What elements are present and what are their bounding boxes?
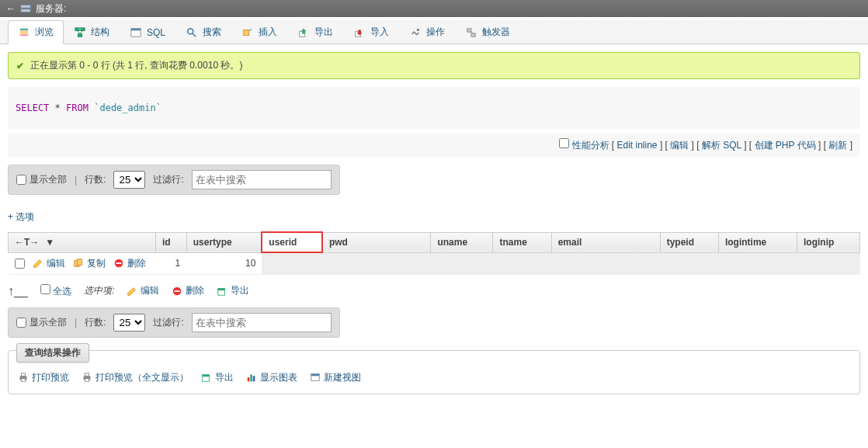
tab-structure-label: 结构 <box>91 26 109 39</box>
sort-arrows[interactable]: ←T→ <box>15 237 39 248</box>
export-icon <box>217 285 227 297</box>
print-preview-link[interactable]: 打印预览 <box>18 371 69 384</box>
server-icon <box>20 3 31 15</box>
ops-create-view-link[interactable]: 新建视图 <box>310 371 361 384</box>
controls-bar-bottom: 显示全部 | 行数: 25 过滤行: <box>8 307 340 338</box>
show-all-label[interactable]: 显示全部 <box>16 173 67 186</box>
svg-rect-38 <box>248 377 250 381</box>
options-toggle[interactable]: + 选项 <box>8 210 34 224</box>
explain-sql-link[interactable]: 解析 SQL <box>702 140 741 151</box>
row-checkbox[interactable] <box>15 259 25 269</box>
tab-import[interactable]: 导入 <box>343 20 399 43</box>
show-all-checkbox[interactable] <box>16 175 26 185</box>
cell-usertype: 10 <box>186 252 262 274</box>
col-userid[interactable]: userid <box>262 232 322 252</box>
bulk-edit-link[interactable]: 编辑 <box>127 284 159 297</box>
tab-triggers[interactable]: 触发器 <box>455 20 520 43</box>
create-php-link[interactable]: 创建 PHP 代码 <box>755 140 816 151</box>
dropdown-icon[interactable]: ▼ <box>45 237 54 248</box>
show-all-checkbox-2[interactable] <box>16 318 26 328</box>
print-full-link[interactable]: 打印预览（全文显示） <box>82 371 189 384</box>
col-typeid[interactable]: typeid <box>660 232 718 252</box>
cell-id: 1 <box>156 252 187 274</box>
filter-input[interactable] <box>192 170 332 189</box>
profiling-label[interactable]: 性能分析 <box>572 140 609 151</box>
sql-icon <box>130 26 142 39</box>
tab-sql-label: SQL <box>147 27 165 38</box>
tab-export[interactable]: 导出 <box>287 20 343 43</box>
svg-rect-27 <box>175 290 180 292</box>
check-all-label[interactable]: 全选 <box>40 284 71 298</box>
sql-keyword-from: FROM <box>66 102 89 113</box>
col-tname[interactable]: tname <box>493 232 551 252</box>
tab-insert-label: 插入 <box>259 26 277 39</box>
tab-browse[interactable]: 浏览 <box>8 20 64 44</box>
back-icon[interactable]: ← <box>6 3 16 14</box>
check-icon: ✔ <box>16 61 24 71</box>
cell-tname <box>493 252 551 274</box>
show-all-label-2[interactable]: 显示全部 <box>16 316 67 329</box>
operations-icon <box>409 26 422 39</box>
edit-sql-link[interactable]: 编辑 <box>670 140 689 151</box>
svg-rect-0 <box>21 5 30 9</box>
rows-select-2[interactable]: 25 <box>113 314 145 332</box>
profiling-checkbox[interactable] <box>559 138 569 148</box>
row-delete-link[interactable]: 删除 <box>113 257 146 270</box>
chart-icon <box>246 372 257 384</box>
col-loginip[interactable]: loginip <box>797 232 860 252</box>
tabs-bar: 浏览 结构 SQL 搜索 + 插入 导出 导入 操作 <box>0 20 868 44</box>
with-selected-label: 选中项: <box>84 284 114 297</box>
rows-select[interactable]: 25 <box>113 171 145 189</box>
col-email[interactable]: email <box>551 232 660 252</box>
bulk-delete-link[interactable]: 删除 <box>172 284 204 297</box>
tab-structure[interactable]: 结构 <box>64 20 120 43</box>
col-uname[interactable]: uname <box>431 232 493 252</box>
col-usertype[interactable]: usertype <box>186 232 262 252</box>
sql-query-box: SELECT * FROM `dede_admin` <box>8 87 860 129</box>
pencil-icon <box>127 285 137 297</box>
cell-userid <box>262 252 322 274</box>
browse-icon <box>18 26 30 39</box>
sql-action-links: 性能分析 [ Edit inline ] [ 编辑 ] [ 解析 SQL ] [… <box>8 134 860 157</box>
sql-star: * <box>55 102 61 113</box>
edit-inline-link[interactable]: Edit inline <box>617 140 658 151</box>
check-all-checkbox[interactable] <box>40 284 50 294</box>
results-operations-fieldset: 查询结果操作 打印预览 打印预览（全文显示） 导出 显示图表 <box>8 350 860 394</box>
bulk-export-link[interactable]: 导出 <box>217 284 249 297</box>
cell-logintime <box>718 252 797 274</box>
svg-rect-37 <box>203 375 210 377</box>
copy-icon <box>73 258 84 269</box>
refresh-link[interactable]: 刷新 <box>828 140 847 151</box>
print-icon <box>82 372 92 384</box>
table-row: 编辑 复制 删除 <box>9 252 860 274</box>
svg-rect-4 <box>20 33 29 36</box>
svg-rect-42 <box>311 374 320 377</box>
svg-rect-19 <box>467 28 471 31</box>
col-id[interactable]: id <box>156 232 187 252</box>
rows-label-2: 行数: <box>85 316 106 329</box>
ops-chart-link[interactable]: 显示图表 <box>246 371 297 384</box>
filter-input-2[interactable] <box>192 313 332 332</box>
search-icon <box>186 26 198 39</box>
cell-loginip <box>797 252 860 274</box>
sql-keyword-select: SELECT <box>16 102 49 113</box>
svg-rect-34 <box>85 373 89 377</box>
row-copy-link[interactable]: 复制 <box>73 257 106 270</box>
ops-export-link[interactable]: 导出 <box>201 371 234 384</box>
svg-rect-32 <box>21 379 25 382</box>
tab-triggers-label: 触发器 <box>482 26 510 39</box>
tab-operations[interactable]: 操作 <box>399 20 455 43</box>
tab-insert[interactable]: + 插入 <box>231 20 287 43</box>
svg-line-13 <box>193 33 196 36</box>
row-edit-link[interactable]: 编辑 <box>33 257 65 270</box>
triggers-icon <box>465 26 477 39</box>
success-text: 正在显示第 0 - 0 行 (共 1 行, 查询花费 0.0010 秒。) <box>30 59 242 72</box>
tab-sql[interactable]: SQL <box>120 20 175 43</box>
svg-rect-29 <box>218 288 225 290</box>
pencil-icon <box>33 258 43 269</box>
view-icon <box>310 372 321 384</box>
col-pwd[interactable]: pwd <box>322 232 431 252</box>
svg-rect-6 <box>81 27 85 30</box>
tab-search[interactable]: 搜索 <box>175 20 231 43</box>
col-logintime[interactable]: logintime <box>718 232 797 252</box>
